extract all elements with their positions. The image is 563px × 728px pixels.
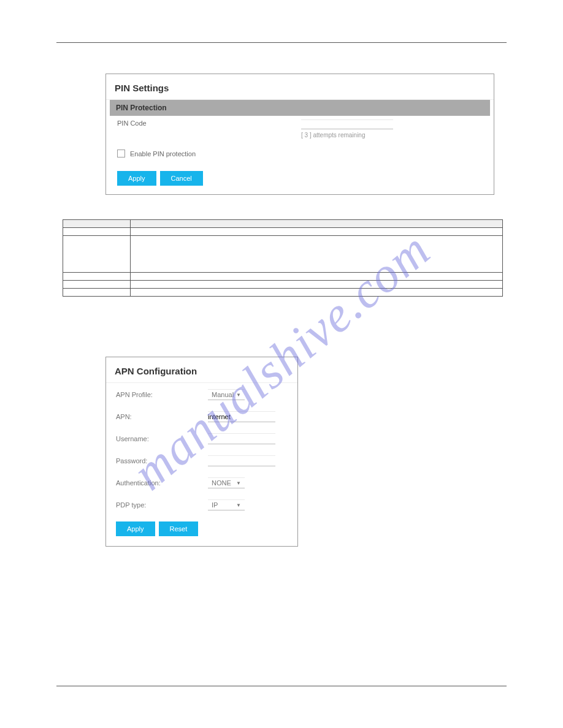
spec-cell (63, 281, 131, 289)
apn-profile-label: APN Profile: (116, 391, 208, 398)
spec-cell (131, 273, 503, 281)
apn-label: APN: (116, 413, 208, 420)
pin-panel-title: PIN Settings (106, 74, 494, 100)
pin-code-input[interactable] (301, 119, 393, 129)
apn-profile-select[interactable]: Manual ▼ (208, 389, 245, 400)
enable-pin-checkbox[interactable] (117, 150, 125, 157)
chevron-down-icon: ▼ (236, 480, 241, 486)
footer (56, 686, 507, 690)
apn-apply-button[interactable]: Apply (116, 521, 155, 536)
pdp-select[interactable]: IP ▼ (208, 499, 245, 510)
password-label: Password: (116, 457, 208, 464)
auth-value: NONE (212, 479, 231, 487)
username-label: Username: (116, 435, 208, 442)
spec-cell (131, 289, 503, 297)
username-input[interactable] (208, 433, 275, 444)
auth-select[interactable]: NONE ▼ (208, 477, 245, 488)
apn-profile-value: Manual (212, 391, 234, 398)
enable-pin-label: Enable PIN protection (130, 150, 196, 157)
apn-input[interactable] (208, 411, 275, 422)
spec-cell (131, 281, 503, 289)
table-row (63, 236, 503, 273)
apn-reset-button[interactable]: Reset (159, 521, 199, 536)
table-row (63, 228, 503, 236)
spec-cell (131, 228, 503, 236)
spec-head-desc (131, 220, 503, 228)
pin-attempts-hint: [ 3 ] attempts remaining (106, 132, 494, 138)
password-input[interactable] (208, 455, 275, 466)
spec-cell (63, 289, 131, 297)
pin-code-label: PIN Code (117, 119, 301, 129)
spec-cell (63, 236, 131, 273)
apn-config-panel: APN Configuration APN Profile: Manual ▼ … (105, 357, 298, 547)
pin-section-header: PIN Protection (110, 100, 490, 116)
auth-label: Authentication: (116, 479, 208, 487)
pin-cancel-button[interactable]: Cancel (160, 171, 203, 186)
spec-cell (131, 236, 503, 273)
table-row (63, 289, 503, 297)
pdp-label: PDP type: (116, 501, 208, 509)
chevron-down-icon: ▼ (236, 502, 241, 508)
pdp-value: IP (212, 501, 218, 509)
apn-panel-title: APN Configuration (106, 357, 297, 383)
spec-cell (63, 228, 131, 236)
chevron-down-icon: ▼ (236, 392, 241, 398)
header-rule (56, 32, 507, 43)
table-row (63, 281, 503, 289)
pin-settings-panel: PIN Settings PIN Protection PIN Code [ 3… (105, 74, 494, 195)
spec-cell (63, 273, 131, 281)
spec-table (63, 219, 503, 297)
pin-apply-button[interactable]: Apply (117, 171, 156, 186)
table-row (63, 273, 503, 281)
spec-head-label (63, 220, 131, 228)
